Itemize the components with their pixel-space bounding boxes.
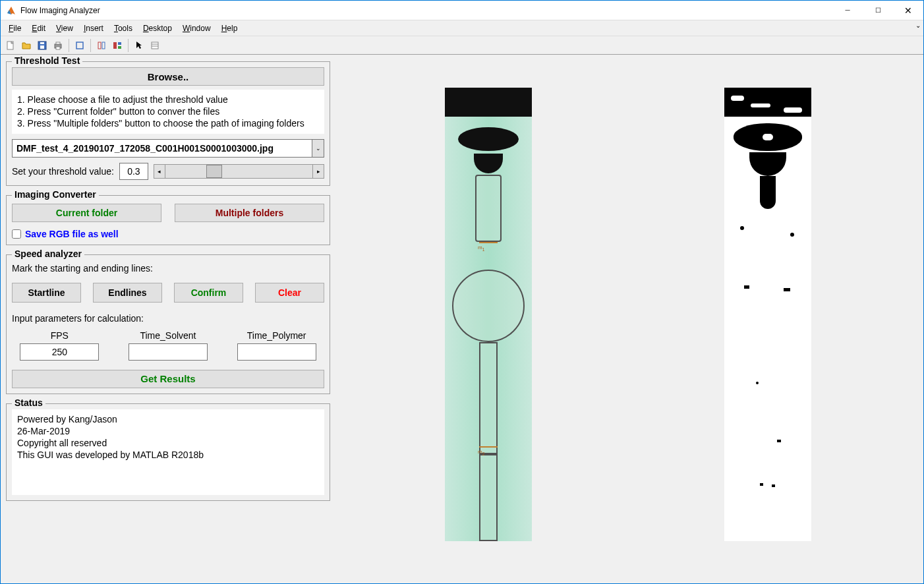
close-button[interactable]: ✕ bbox=[893, 1, 923, 20]
svg-rect-3 bbox=[40, 42, 44, 44]
svg-rect-9 bbox=[102, 42, 105, 49]
get-results-button[interactable]: Get Results bbox=[12, 370, 324, 388]
svg-rect-11 bbox=[118, 42, 121, 45]
threshold-legend: Threshold Test bbox=[12, 55, 82, 66]
current-folder-button[interactable]: Current folder bbox=[12, 204, 161, 222]
fps-label: FPS bbox=[51, 330, 69, 341]
imaging-converter-group: Imaging Converter Current folder Multipl… bbox=[6, 195, 330, 245]
menu-view[interactable]: View bbox=[51, 22, 78, 34]
menu-file[interactable]: File bbox=[3, 22, 26, 34]
svg-rect-5 bbox=[56, 42, 60, 44]
svg-rect-12 bbox=[118, 46, 121, 49]
image-area: m1 m2 bbox=[335, 55, 923, 584]
binary-image-view bbox=[724, 88, 811, 541]
speed-legend: Speed analyzer bbox=[12, 248, 84, 259]
layout-icon[interactable] bbox=[110, 38, 125, 53]
new-icon[interactable] bbox=[3, 38, 18, 53]
threshold-slider[interactable]: ◂ ▸ bbox=[154, 164, 324, 179]
svg-rect-13 bbox=[152, 42, 158, 49]
menu-tools[interactable]: Tools bbox=[109, 22, 138, 34]
titlebar: Flow Imaging Analyzer ─ ☐ ✕ bbox=[1, 1, 923, 20]
window-controls: ─ ☐ ✕ bbox=[832, 1, 923, 20]
file-select[interactable]: DMF_test_4_20190107_172058_C001H001S0001… bbox=[12, 139, 324, 158]
save-rgb-checkbox[interactable] bbox=[12, 229, 21, 239]
time-polymer-input[interactable] bbox=[237, 343, 316, 361]
properties-icon[interactable] bbox=[148, 38, 162, 53]
threshold-instructions: 1. Please choose a file to adjust the th… bbox=[12, 90, 324, 134]
dock-icon[interactable] bbox=[94, 38, 109, 53]
time-solvent-input[interactable] bbox=[129, 343, 208, 361]
toolbar bbox=[1, 36, 923, 55]
menu-insert[interactable]: Insert bbox=[78, 22, 109, 34]
time-polymer-label: Time_Polymer bbox=[247, 330, 306, 341]
menu-window[interactable]: Window bbox=[177, 22, 216, 34]
multiple-folders-button[interactable]: Multiple folders bbox=[175, 204, 324, 222]
slider-right-icon[interactable]: ▸ bbox=[312, 164, 324, 179]
save-rgb-label: Save RGB file as well bbox=[25, 229, 119, 239]
converter-legend: Imaging Converter bbox=[12, 189, 99, 200]
matlab-icon bbox=[6, 5, 16, 16]
mark-lines-label: Mark the starting and ending lines: bbox=[12, 263, 324, 274]
threshold-test-group: Threshold Test Browse.. 1. Please choose… bbox=[6, 61, 330, 186]
window-title: Flow Imaging Analyzer bbox=[20, 6, 100, 15]
time-solvent-label: Time_Solvent bbox=[140, 330, 196, 341]
fps-input[interactable] bbox=[20, 343, 99, 361]
svg-rect-2 bbox=[40, 45, 44, 49]
svg-rect-8 bbox=[98, 42, 101, 49]
maximize-button[interactable]: ☐ bbox=[863, 1, 893, 20]
save-icon[interactable] bbox=[35, 38, 49, 53]
menu-edit[interactable]: Edit bbox=[26, 22, 51, 34]
slider-track[interactable] bbox=[165, 164, 312, 179]
pointer-icon[interactable] bbox=[132, 38, 146, 53]
speed-analyzer-group: Speed analyzer Mark the starting and end… bbox=[6, 254, 330, 394]
link-icon[interactable] bbox=[72, 38, 87, 53]
svg-rect-10 bbox=[113, 42, 117, 49]
menu-help[interactable]: Help bbox=[216, 22, 243, 34]
confirm-button[interactable]: Confirm bbox=[174, 283, 243, 303]
menu-corner-icon[interactable]: ⌄ bbox=[915, 22, 921, 29]
left-panel: Threshold Test Browse.. 1. Please choose… bbox=[1, 55, 335, 584]
open-icon[interactable] bbox=[19, 38, 34, 53]
file-combo-arrow[interactable]: ⌄ bbox=[312, 139, 324, 158]
status-text: Powered by Kang/Jason 26-Mar-2019 Copyri… bbox=[12, 409, 324, 495]
menubar: File Edit View Insert Tools Desktop Wind… bbox=[1, 20, 923, 36]
status-group: Status Powered by Kang/Jason 26-Mar-2019… bbox=[6, 403, 330, 501]
input-params-label: Input parameters for calculation: bbox=[12, 313, 324, 324]
svg-rect-6 bbox=[56, 47, 60, 49]
threshold-value[interactable]: 0.3 bbox=[119, 163, 148, 180]
svg-rect-7 bbox=[76, 42, 83, 49]
slider-left-icon[interactable]: ◂ bbox=[154, 164, 165, 179]
slider-thumb[interactable] bbox=[206, 165, 222, 178]
print-icon[interactable] bbox=[51, 38, 65, 53]
clear-button[interactable]: Clear bbox=[255, 283, 324, 303]
file-combo[interactable]: DMF_test_4_20190107_172058_C001H001S0001… bbox=[12, 139, 312, 158]
startline-button[interactable]: Startline bbox=[12, 283, 81, 303]
menu-desktop[interactable]: Desktop bbox=[138, 22, 177, 34]
status-legend: Status bbox=[12, 397, 45, 408]
threshold-label: Set your threshold value: bbox=[12, 166, 114, 177]
original-image-view: m1 m2 bbox=[445, 88, 532, 541]
endlines-button[interactable]: Endlines bbox=[93, 283, 162, 303]
browse-button[interactable]: Browse.. bbox=[12, 67, 324, 86]
minimize-button[interactable]: ─ bbox=[832, 1, 863, 20]
